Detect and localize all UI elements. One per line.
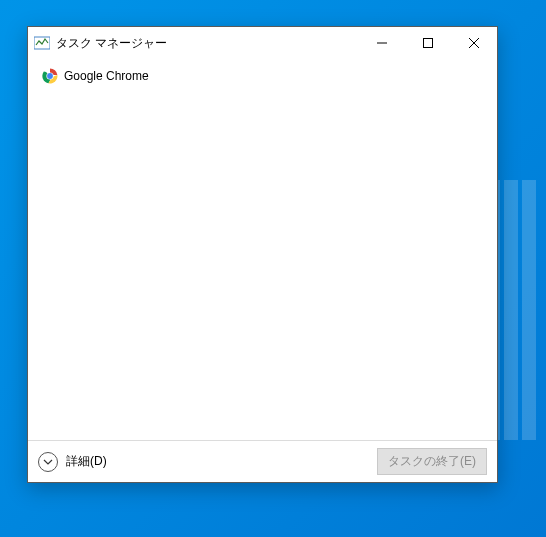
window-title: タスク マネージャー [56,35,359,52]
svg-point-7 [47,73,53,79]
task-row[interactable]: Google Chrome [32,65,493,87]
task-name: Google Chrome [64,69,149,83]
end-task-button[interactable]: タスクの終了(E) [377,448,487,475]
window-controls [359,27,497,59]
titlebar: タスク マネージャー [28,27,497,59]
minimize-button[interactable] [359,27,405,59]
details-button[interactable]: 詳細(D) [66,453,369,470]
task-manager-icon [34,35,50,51]
chrome-icon [42,68,58,84]
expand-details-icon[interactable] [38,452,58,472]
maximize-button[interactable] [405,27,451,59]
footer: 詳細(D) タスクの終了(E) [28,440,497,482]
close-button[interactable] [451,27,497,59]
task-list: Google Chrome [28,59,497,440]
task-manager-window: タスク マネージャー [27,26,498,483]
svg-rect-2 [424,39,433,48]
